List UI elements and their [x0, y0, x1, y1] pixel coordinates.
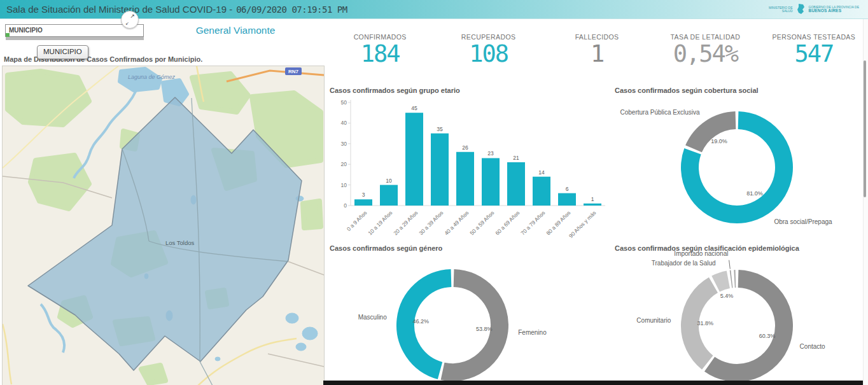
coverage-chart-panel: Casos confirmados según cobertura social…: [613, 85, 864, 241]
slice-name-label: Cobertura Pública Exclusiva: [620, 109, 699, 116]
header-timestamp: 06/09/2020 07:19:51 PM: [236, 4, 347, 15]
gender-donut-chart[interactable]: 53.8%Femenino46.2%Masculino: [328, 242, 610, 382]
kpi-row: CONFIRMADOS 184 RECUPERADOS 108 FALLECID…: [326, 28, 868, 74]
slice-name-label: Contacto: [800, 343, 825, 350]
age-group-chart-title: Casos confirmados según grupo etario: [330, 87, 460, 94]
label-leader-line: [729, 260, 731, 269]
bar-value-label: 1: [591, 196, 594, 202]
x-category-label: 0 a 9 Años: [346, 209, 368, 232]
x-category-label: 80 a 89 Años: [545, 209, 571, 236]
x-category-label: 10 a 19 Años: [367, 209, 393, 236]
y-tick-label: 50: [341, 99, 347, 106]
gender-chart-title: Casos confirmados según género: [330, 244, 442, 252]
bar-value-label: 35: [437, 126, 443, 132]
kpi-confirmados[interactable]: CONFIRMADOS 184: [326, 28, 434, 74]
x-category-label: 40 a 49 Años: [443, 209, 470, 236]
bar-3[interactable]: [431, 134, 449, 206]
bar-value-label: 21: [513, 155, 519, 161]
arrow-down-left-icon: ↙: [125, 21, 129, 26]
slice-percent-label: 53.8%: [476, 326, 493, 332]
x-category-label: 50 a 59 Años: [468, 209, 495, 236]
svg-text:RN7: RN7: [288, 69, 299, 74]
bar-7[interactable]: [533, 177, 550, 206]
x-category-label: 20 a 29 Años: [392, 209, 419, 236]
age-group-bar-chart[interactable]: 0102030405030 a 9 Años1010 a 19 Años4520…: [328, 85, 610, 241]
ministry-logo-text: MINISTERIO DE SALUD: [769, 6, 793, 13]
bar-value-label: 14: [538, 169, 545, 176]
municipio-tooltip: MUNICIPIO: [37, 45, 88, 59]
age-group-chart-panel: Casos confirmados según grupo etario 010…: [328, 85, 610, 241]
province-outline-icon: [797, 4, 805, 15]
bar-value-label: 26: [462, 144, 468, 151]
municipality-map[interactable]: RN7 Laguna de Gómez Los Toldos: [2, 66, 325, 385]
y-tick-label: 10: [341, 182, 347, 188]
bar-value-label: 6: [566, 186, 569, 192]
slice-name-label: Comunitario: [636, 317, 671, 324]
selection-state-indicator: [6, 33, 10, 37]
town-label: Los Toldos: [165, 239, 194, 246]
slice-percent-label: 60.3%: [759, 333, 776, 339]
bar-5[interactable]: [482, 158, 500, 206]
slice-percent-label: 81.0%: [746, 190, 763, 197]
bar-6[interactable]: [507, 162, 525, 206]
slice-percent-label: 5.4%: [720, 293, 734, 299]
kpi-personas-testeadas[interactable]: PERSONAS TESTEADAS 547: [760, 28, 868, 74]
slice-percent-label: 19.0%: [711, 138, 727, 144]
app-title-text: Sala de Situación del Ministerio de Salu…: [6, 4, 232, 15]
bar-9[interactable]: [584, 204, 601, 206]
y-tick-label: 0: [344, 202, 347, 209]
right-scrollbar-thumb[interactable]: [864, 60, 866, 197]
bar-4[interactable]: [456, 152, 474, 206]
y-tick-label: 30: [341, 141, 347, 147]
classification-chart-title: Casos confirmados según clasificación ep…: [615, 244, 799, 252]
bottom-scrollbar[interactable]: [323, 381, 868, 385]
selected-municipality: General Viamonte: [153, 25, 318, 36]
kpi-recuperados[interactable]: RECUPERADOS 108: [434, 28, 542, 74]
x-category-label: 70 a 79 Años: [519, 209, 546, 236]
x-category-label: 60 a 69 Años: [494, 209, 521, 236]
slice-percent-label: 46.2%: [413, 318, 430, 325]
gender-chart-panel: Casos confirmados según género 53.8%Feme…: [328, 242, 610, 382]
y-tick-label: 40: [341, 120, 347, 126]
slice-name-label: Masculino: [358, 314, 387, 321]
donut-slice-1[interactable]: [694, 120, 736, 149]
y-tick-label: 20: [341, 161, 347, 167]
x-category-label: 30 a 39 Años: [417, 209, 444, 236]
filter-scrollbar[interactable]: [6, 37, 144, 40]
lake-label: Laguna de Gómez: [128, 74, 176, 80]
kpi-tasa-letalidad[interactable]: TASA DE LETALIDAD 0,54%: [651, 28, 759, 74]
slice-name-label: Obra social/Prepaga: [774, 218, 832, 225]
bar-value-label: 10: [386, 178, 392, 184]
classification-chart-panel: Casos confirmados según clasificación ep…: [613, 242, 864, 382]
bar-value-label: 23: [487, 150, 494, 157]
bar-value-label: 45: [411, 105, 417, 111]
donut-slice-2[interactable]: [716, 279, 729, 284]
gov-logos: MINISTERIO DE SALUD GOBIERNO DE LA PROVI…: [769, 4, 868, 15]
selections-bubble-button[interactable]: ↗ ↙: [121, 11, 139, 29]
map-canvas[interactable]: RN7 Laguna de Gómez Los Toldos: [3, 66, 324, 385]
page-title: Sala de Situación del Ministerio de Salu…: [0, 4, 347, 15]
slice-name-label: Trabajador de la Salud: [652, 260, 716, 267]
slice-percent-label: 31.8%: [697, 320, 713, 326]
province-logo-text: GOBIERNO DE LA PROVINCIA DE BUENOS AIRES: [809, 6, 859, 13]
bar-8[interactable]: [558, 193, 576, 206]
kpi-fallecidos[interactable]: FALLECIDOS 1: [543, 28, 651, 74]
x-category-label: 90 Años y más: [568, 209, 598, 239]
slice-name-label: Femenino: [518, 329, 547, 336]
road-badge: RN7: [285, 67, 302, 75]
bar-value-label: 3: [362, 192, 365, 198]
classification-donut-chart[interactable]: 60.3%Contacto31.8%Comunitario5.4%Trabaja…: [613, 242, 864, 382]
municipio-filter-label: MUNICIPIO: [9, 27, 43, 34]
arrow-up-right-icon: ↗: [130, 13, 135, 19]
bar-0[interactable]: [354, 199, 372, 206]
coverage-donut-chart[interactable]: 81.0%Obra social/Prepaga19.0%Cobertura P…: [613, 85, 864, 241]
coverage-chart-title: Casos confirmados según cobertura social: [615, 87, 759, 94]
bar-1[interactable]: [380, 185, 398, 206]
bar-2[interactable]: [405, 113, 423, 206]
